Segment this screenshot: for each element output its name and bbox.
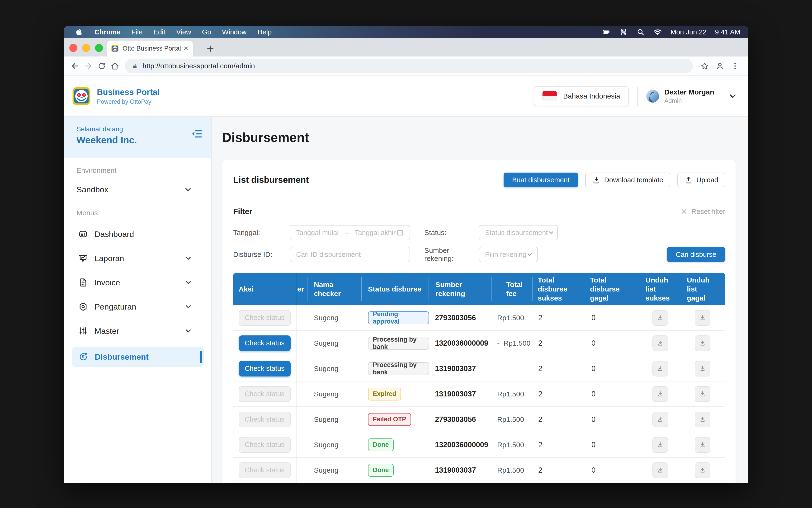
environment-label: Environment [64, 166, 211, 174]
home-icon[interactable] [108, 59, 122, 73]
create-disbursement-button[interactable]: Buat disbursement [504, 173, 578, 187]
menubar-item-edit[interactable]: Edit [154, 28, 165, 36]
rekening-cell: 2793003056 [429, 305, 492, 330]
chevron-down-icon [184, 327, 192, 335]
brand[interactable]: OTTOPAY Business Portal Powered by OttoP… [72, 86, 160, 106]
table-row: Check status Sugeng Done 1319003037 Rp1.… [233, 458, 725, 483]
table-row: Check status Sugeng Processing by bank 1… [233, 331, 725, 356]
lock-icon[interactable] [132, 63, 138, 69]
disburse-id-input[interactable]: Cari ID disbursement [290, 247, 410, 262]
new-tab-button[interactable] [204, 42, 217, 55]
sidebar-item-laporan[interactable]: Laporan [64, 250, 211, 267]
rekening-select[interactable]: Pilih rekening [479, 247, 538, 262]
menubar-item-file[interactable]: File [132, 28, 143, 36]
user-avatar[interactable] [646, 90, 659, 102]
arrow-right-icon: → [343, 229, 350, 237]
tab-close-icon[interactable]: ✕ [183, 45, 188, 52]
apple-logo-icon[interactable] [76, 28, 84, 36]
sidebar-item-invoice[interactable]: Invoice [64, 274, 211, 291]
status-placeholder: Status disbursement [485, 229, 548, 237]
download-gagal-button[interactable] [695, 437, 711, 453]
wifi-icon[interactable] [653, 28, 662, 36]
search-disburse-button[interactable]: Cari disburse [667, 247, 725, 262]
download-sukses-button[interactable] [652, 335, 668, 351]
user-menu-chevron-icon[interactable] [728, 91, 737, 101]
environment-selector[interactable]: Sandbox [64, 185, 211, 194]
menubar-clock[interactable]: 9:41 AM [715, 28, 740, 36]
menubar-item-window[interactable]: Window [222, 28, 247, 36]
disburse-id-placeholder: Cari ID disbursement [296, 251, 361, 258]
close-window-button[interactable] [69, 44, 77, 52]
chevron-down-icon [548, 229, 554, 236]
rekening-cell: 2793003056 [429, 407, 492, 432]
sidebar-item-label: Laporan [94, 254, 124, 263]
profile-icon[interactable] [713, 59, 727, 73]
spotlight-search-icon[interactable] [636, 28, 645, 36]
menubar-item-chrome[interactable]: Chrome [94, 28, 121, 36]
battery-icon[interactable] [602, 28, 611, 36]
check-status-button[interactable]: Check status [239, 335, 291, 351]
rekening-placeholder: Pilih rekening [485, 251, 526, 258]
download-sukses-button[interactable] [652, 310, 668, 326]
check-status-button[interactable]: Check status [239, 437, 291, 453]
download-gagal-button[interactable] [695, 462, 711, 478]
sidebar-collapse-icon[interactable] [191, 128, 203, 139]
menubar-date[interactable]: Mon Jun 22 [671, 28, 707, 36]
url-bar[interactable]: http://ottobusinessportal.com/admin [125, 59, 693, 73]
control-center-icon[interactable] [619, 28, 628, 36]
download-sukses-button[interactable] [652, 412, 668, 427]
language-selector[interactable]: Bahasa Indonesia [534, 86, 629, 106]
bookmark-star-icon[interactable] [698, 59, 711, 73]
download-sukses-button[interactable] [652, 361, 668, 377]
download-template-button[interactable]: Download template [585, 173, 670, 187]
sidebar-item-pengaturan[interactable]: Pengaturan [64, 298, 211, 315]
fee-cell: Rp1.500 [492, 432, 532, 457]
download-gagal-button[interactable] [695, 335, 711, 351]
check-status-button[interactable]: Check status [239, 412, 291, 427]
checker-cell: Sugeng [307, 381, 362, 407]
download-gagal-button[interactable] [695, 386, 711, 402]
sidebar-item-master[interactable]: Master [64, 322, 211, 339]
browser-tab[interactable]: Otto Business Portal ✕ [107, 41, 193, 56]
download-gagal-button[interactable] [695, 361, 711, 377]
fee-cell: Rp1.500 [492, 381, 532, 407]
back-icon[interactable] [69, 59, 82, 73]
sidebar-item-dashboard[interactable]: Dashboard [64, 225, 211, 243]
checker-cell: Sugeng [307, 331, 362, 355]
table-row: Check status Sugeng Processing by bank 1… [233, 356, 725, 381]
page-title: Disbursement [222, 130, 735, 145]
column-sumber-rekening: Sumber rekening [429, 273, 492, 305]
gagal-cell: 0 [587, 331, 640, 355]
download-sukses-button[interactable] [652, 462, 668, 478]
status-select[interactable]: Status disbursement [479, 225, 558, 240]
brand-subtitle: Powered by OttoPay [97, 98, 160, 105]
check-status-button[interactable]: Check status [239, 310, 291, 326]
language-label: Bahasa Indonesia [563, 92, 620, 100]
reset-filter-button[interactable]: Reset filter [680, 208, 725, 216]
date-range-input[interactable]: Tanggal mulai → Tanggal akhir [290, 225, 410, 240]
menubar-item-go[interactable]: Go [202, 28, 211, 36]
reload-icon[interactable] [95, 59, 108, 73]
chevron-down-icon [184, 185, 192, 194]
download-sukses-button[interactable] [652, 437, 668, 453]
fee-cell: - Rp1.500 [492, 331, 532, 355]
sidebar: Selamat datang Weekend Inc. Environment … [64, 117, 212, 483]
check-status-button[interactable]: Check status [239, 386, 291, 402]
check-status-button[interactable]: Check status [239, 361, 291, 377]
menubar-item-help[interactable]: Help [257, 28, 271, 36]
menubar-item-view[interactable]: View [176, 28, 191, 36]
check-status-button[interactable]: Check status [239, 462, 291, 478]
zoom-window-button[interactable] [95, 44, 103, 52]
download-gagal-button[interactable] [695, 412, 711, 427]
browser-menu-icon[interactable] [728, 59, 742, 73]
sidebar-item-disbursement[interactable]: $ Disbursement [72, 347, 204, 367]
upload-button[interactable]: Upload [677, 173, 725, 187]
status-badge: Processing by bank [368, 362, 429, 375]
forward-icon[interactable] [82, 59, 95, 73]
column-total-disburse-gagal: Total disburse gagal [587, 273, 640, 305]
download-sukses-button[interactable] [652, 386, 668, 402]
filter-section: Filter Reset filter Tanggal: Tanggal mul… [233, 200, 725, 262]
table-row: Check status Sugeng Expired 1319003037 R… [233, 381, 725, 407]
minimize-window-button[interactable] [82, 44, 90, 52]
download-gagal-button[interactable] [695, 310, 711, 326]
